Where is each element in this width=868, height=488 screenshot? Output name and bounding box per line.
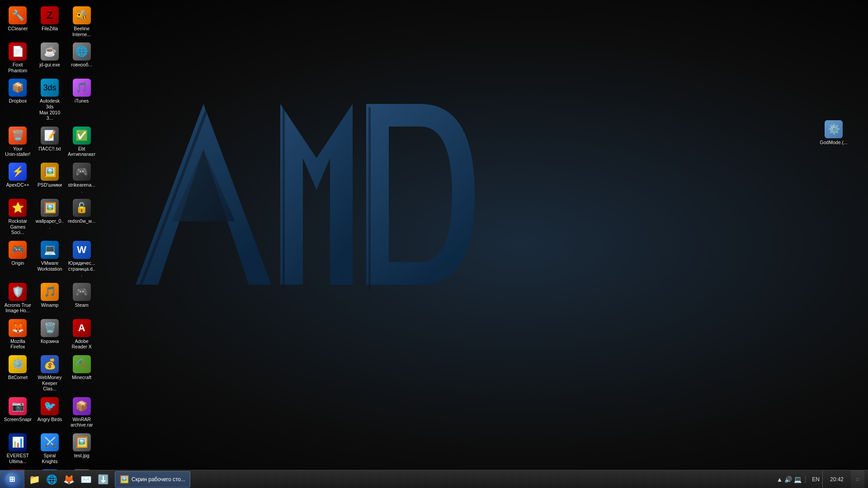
desktop-icon-wallpaper[interactable]: 🖼️ wallpaper_0... — [34, 196, 66, 238]
winamp-icon: 🎵 — [41, 283, 59, 301]
desktop-icon-ebt[interactable]: ✅ EbtАнтиплагиат — [66, 124, 98, 160]
desktop-icon-testjpg[interactable]: 🖼️ test.jpg — [66, 431, 98, 467]
icon-row-4: 🛡️ Acronis TrueImage Ho... 🎵 Winamp 🎮 St… — [2, 280, 98, 316]
desktop-icon-vmware[interactable]: 💻 VMwareWorkstation — [34, 238, 66, 280]
taskbar-icon-firefox-tb[interactable]: 🦊 — [61, 471, 77, 488]
desktop-icon-minecraft[interactable]: ⛏️ Minecraft — [66, 352, 98, 394]
desktop-icon-foxit[interactable]: 📄 FoxitPhantom — [2, 40, 34, 76]
strikearena-label: strikearena.... — [67, 182, 96, 193]
start-button[interactable]: ⊞ — [0, 470, 24, 488]
desktop-icon-webmoney[interactable]: 💰 WebMoneyKeeper Clas... — [34, 352, 66, 394]
taskbar-icon-ie[interactable]: 🌐 — [43, 471, 60, 488]
desktop-icon-itunes[interactable]: 🎵 iTunes — [66, 76, 98, 123]
desktop-icon-angrybirds[interactable]: 🐦 Angry Birds — [34, 394, 66, 431]
icon-row-2: ⭐ RockstarGames Soci... 🖼️ wallpaper_0..… — [2, 196, 98, 238]
show-desktop-icon: □ — [856, 477, 859, 482]
origin-label: Origin — [11, 260, 24, 266]
active-item-icon: 🖼️ — [120, 475, 129, 483]
webmoney-label: WebMoneyKeeper Clas... — [36, 375, 64, 392]
download-icon: ⬇️ — [98, 474, 109, 485]
desktop-icon-redsn0w[interactable]: 🔓 redsn0w_w... — [66, 196, 98, 238]
desktop-icon-screensnap[interactable]: 📷 ScreenSnapr — [2, 394, 34, 431]
desktop-icon-uinstaller[interactable]: 🗑️ YourUnin-staller! — [2, 124, 34, 160]
strikearena-icon: 🎮 — [73, 163, 91, 181]
system-tray: ▲ 🔊 💻 — [773, 476, 806, 483]
icon-row-1: 🔧 CCleaner Z FileZilla 🐝 BeelineInterne.… — [2, 4, 98, 40]
taskbar-active-item[interactable]: 🖼️ Скрин рабочего сто... — [115, 471, 190, 488]
desktop-icon-word[interactable]: W Юридичес...страница.d... — [66, 238, 98, 280]
godmode-label: GodMode.(... — [820, 140, 847, 145]
desktop-icon-jd[interactable]: ☕ jd-gui.exe — [34, 40, 66, 76]
filezilla-icon: Z — [41, 6, 59, 24]
desktop-icon-origin[interactable]: 🎮 Origin — [2, 238, 34, 280]
desktop-icon-psd[interactable]: 🖼️ PSD'шники — [34, 160, 66, 196]
desktop-icon-spiral[interactable]: ⚔️ Spiral Knights — [34, 431, 66, 467]
desktop-icon-steam[interactable]: 🎮 Steam — [66, 280, 98, 316]
winamp-label: Winamp — [41, 302, 59, 308]
mail-icon: ✉️ — [80, 474, 92, 485]
testjpg-icon: 🖼️ — [73, 433, 91, 451]
acronis-label: Acronis TrueImage Ho... — [5, 302, 31, 314]
foxit-label: FoxitPhantom — [8, 62, 27, 73]
firefox-tb-icon: 🦊 — [63, 474, 75, 485]
desktop-icon-everest[interactable]: 📊 EVERESTUltima... — [2, 431, 34, 467]
autodesk-label: Autodesk 3dsMax 2010 3... — [36, 98, 64, 121]
desktop-icon-bitcomet[interactable]: ⚙️ BitComet — [2, 352, 34, 394]
taskbar-icon-mail[interactable]: ✉️ — [78, 471, 94, 488]
bitcomet-label: BitComet — [8, 375, 28, 380]
clock-time: 20:42 — [830, 476, 844, 483]
desktop-icon-ccleaner[interactable]: 🔧 CCleaner — [2, 4, 34, 40]
angrybirds-label: Angry Birds — [38, 417, 62, 422]
desktop-icon-godmode[interactable]: ⚙️ GodMode.(... — [817, 117, 850, 148]
desktop-icon-autodesk[interactable]: 3ds Autodesk 3dsMax 2010 3... — [34, 76, 66, 123]
active-item-label: Скрин рабочего сто... — [132, 476, 185, 483]
adobe-icon: A — [73, 319, 91, 337]
redsn0w-icon: 🔓 — [73, 199, 91, 217]
tray-arrow-icon[interactable]: ▲ — [776, 476, 783, 483]
desktop-icon-trash[interactable]: 🗑️ Корзина — [34, 316, 66, 352]
show-desktop-button[interactable]: □ — [851, 470, 864, 488]
desktop-icon-strikearena[interactable]: 🎮 strikearena.... — [66, 160, 98, 196]
icon-row-1e: ⚡ ApexDC++ 🖼️ PSD'шники 🎮 strikearena...… — [2, 160, 98, 196]
desktop-icon-adobe[interactable]: A AdobeReader X — [66, 316, 98, 352]
desktop-icon-filezilla[interactable]: Z FileZilla — [34, 4, 66, 40]
psd-label: PSD'шники — [38, 182, 62, 188]
desktop-icon-firefox[interactable]: 🦊 MozillaFirefox — [2, 316, 34, 352]
uinstaller-label: YourUnin-staller! — [5, 146, 30, 157]
clock[interactable]: 20:42 — [826, 470, 847, 488]
minecraft-icon: ⛏️ — [73, 355, 91, 373]
redsn0w-label: redsn0w_w... — [68, 218, 95, 224]
firefox-icon: 🦊 — [9, 319, 27, 337]
desktop-icon-winrar[interactable]: 📦 WinRARarchive.rar — [66, 394, 98, 431]
tray-network-icon[interactable]: 💻 — [794, 476, 802, 483]
godmode-icon: ⚙️ — [825, 120, 843, 138]
desktop-icon-govno[interactable]: 🌐 говнооб... — [66, 40, 98, 76]
wallpaper-label: wallpaper_0... — [36, 218, 64, 230]
firefox-label: MozillaFirefox — [10, 338, 25, 350]
spiral-label: Spiral Knights — [36, 453, 64, 464]
taskbar-right: ▲ 🔊 💻 EN 20:42 □ — [773, 470, 868, 488]
acronis-icon: 🛡️ — [9, 283, 27, 301]
steam-icon: 🎮 — [73, 283, 91, 301]
icon-row-5: 🦊 MozillaFirefox 🗑️ Корзина A AdobeReade… — [2, 316, 98, 352]
tray-speaker-icon[interactable]: 🔊 — [784, 476, 792, 483]
right-icons-area: ⚙️ GodMode.(... — [817, 117, 850, 148]
dropbox-icon: 📦 — [9, 79, 27, 97]
itunes-icon: 🎵 — [73, 79, 91, 97]
filezilla-label: FileZilla — [42, 26, 58, 32]
desktop-icon-dropbox[interactable]: 📦 Dropbox — [2, 76, 34, 123]
language-indicator[interactable]: EN — [809, 470, 823, 488]
jd-icon: ☕ — [41, 42, 59, 61]
desktop-icon-pacc[interactable]: 📝 ПАCC!!.txt — [34, 124, 66, 160]
desktop-icon-apexdc[interactable]: ⚡ ApexDC++ — [2, 160, 34, 196]
spiral-icon: ⚔️ — [41, 433, 59, 451]
apexdc-icon: ⚡ — [9, 163, 27, 181]
taskbar-icon-download[interactable]: ⬇️ — [95, 471, 111, 488]
ccleaner-label: CCleaner — [8, 26, 28, 32]
desktop-icon-beeline[interactable]: 🐝 BeelineInterne... — [66, 4, 98, 40]
taskbar-icon-explorer[interactable]: 📁 — [26, 471, 42, 488]
desktop-icon-rockstar[interactable]: ⭐ RockstarGames Soci... — [2, 196, 34, 238]
desktop-icon-acronis[interactable]: 🛡️ Acronis TrueImage Ho... — [2, 280, 34, 316]
desktop-icon-winamp[interactable]: 🎵 Winamp — [34, 280, 66, 316]
dropbox-label: Dropbox — [9, 98, 27, 104]
